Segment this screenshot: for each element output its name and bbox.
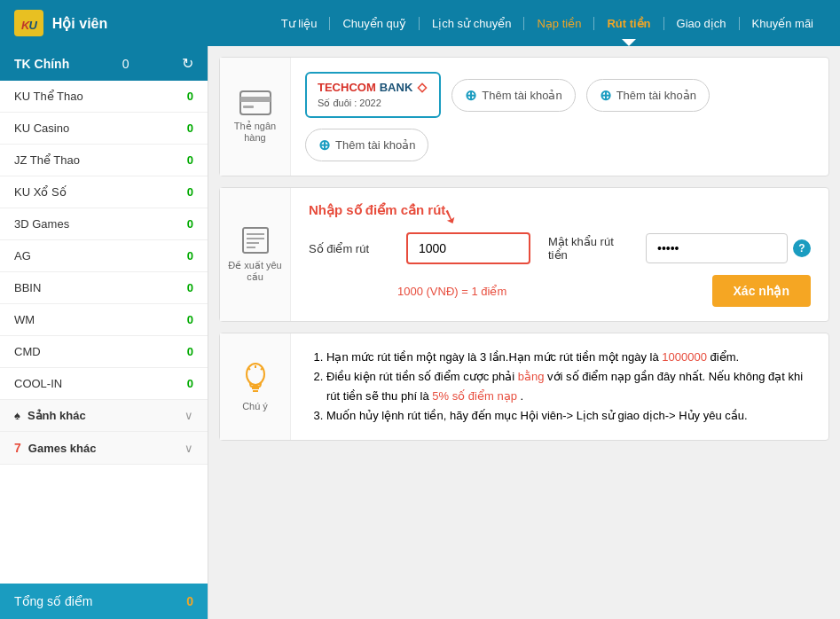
refresh-icon[interactable]: ↻ — [182, 55, 193, 72]
sidebar-footer-label: Tổng số điểm — [14, 594, 92, 608]
add-account-btn-1[interactable]: ⊕ Thêm tài khoản — [451, 79, 575, 112]
note-2-text3: . — [521, 389, 524, 403]
note-1-text: Hạn mức rút tiền một ngày là 3 lần.Hạn m… — [326, 350, 662, 364]
rate-confirm-row: 1000 (VNĐ) = 1 điểm Xác nhận — [309, 275, 811, 307]
note-3-text: Muốn hủy lệnh rút tiền, hãy đến mục Hội … — [326, 409, 748, 422]
notes-icon-section: Chú ý — [220, 333, 291, 440]
amount-input[interactable] — [406, 232, 530, 264]
sidebar-item-label: JZ Thể Thao — [14, 153, 80, 167]
sidebar-item-label: CMD — [14, 345, 41, 358]
notes-list: Hạn mức rút tiền một ngày là 3 lần.Hạn m… — [309, 348, 811, 426]
bank-card-logo: TECHCOM BANK — [318, 81, 428, 94]
add-account-btn-3[interactable]: ⊕ Thêm tài khoản — [305, 129, 428, 161]
add-account-label-3: Thêm tài khoản — [335, 138, 415, 152]
sidebar-item-3d-games[interactable]: 3D Games 0 — [0, 208, 208, 240]
form-content: Nhập số điểm cần rút Số điểm rút ➘ Mật k… — [291, 188, 828, 321]
card-icon — [239, 90, 271, 115]
main-layout: TK Chính 0 ↻ KU Thể Thao 0 KU Casino 0 J… — [0, 46, 840, 619]
confirm-button[interactable]: Xác nhận — [712, 275, 811, 307]
sidebar-item-value: 0 — [187, 217, 193, 231]
games-khac-label: Games khác — [28, 442, 97, 455]
sidebar-sanh-khac[interactable]: ♠ Sảnh khác ∨ — [0, 400, 208, 432]
note-2-highlight1: bằng — [518, 370, 545, 383]
nav-khuyen-mai[interactable]: Khuyến mãi — [740, 17, 826, 30]
nav-rut-tien[interactable]: Rút tiền — [594, 17, 663, 30]
rate-text: 1000 (VNĐ) = 1 điểm — [397, 285, 506, 298]
sidebar-item-label: 3D Games — [14, 217, 69, 231]
sidebar-item-ku-the-thao[interactable]: KU Thể Thao 0 — [0, 81, 208, 113]
sidebar-item-bbin[interactable]: BBIN 0 — [0, 272, 208, 304]
spade-icon: ♠ — [14, 409, 20, 422]
header-title: Hội viên — [52, 15, 107, 32]
sidebar-item-label: KU Xổ Số — [14, 185, 67, 199]
logo-box: KU — [14, 10, 43, 36]
bank-section-label: Thẻ ngân hàng — [227, 121, 283, 143]
seven-icon: 7 — [14, 441, 21, 455]
add-account-label-1: Thêm tài khoản — [482, 89, 561, 102]
content-area: Thẻ ngân hàng TECHCOM BANK — [208, 46, 840, 619]
nav-lich-su-chuyen[interactable]: Lịch sử chuyển — [420, 17, 524, 30]
password-input[interactable] — [646, 233, 788, 263]
form-section-label: Đề xuất yêu cầu — [227, 260, 283, 283]
techcom-text-blue: BANK — [380, 81, 413, 94]
note-1-text2: điểm. — [710, 350, 740, 364]
sidebar-footer: Tổng số điểm 0 — [0, 584, 208, 619]
nav-giao-dich[interactable]: Giao dịch — [664, 17, 740, 30]
sidebar-item-cmd[interactable]: CMD 0 — [0, 336, 208, 368]
sidebar-games-khac[interactable]: 7 Games khác ∨ — [0, 432, 208, 465]
form-icon — [241, 226, 270, 255]
sidebar-item-label: KU Casino — [14, 121, 69, 135]
sidebar-item-jz-the-thao[interactable]: JZ Thể Thao 0 — [0, 145, 208, 176]
logo-icon: KU — [14, 10, 43, 36]
amount-label: Số điểm rút — [309, 242, 389, 255]
chevron-down-icon: ∨ — [184, 442, 193, 455]
sidebar-item-value: 0 — [187, 185, 193, 199]
lightbulb-icon — [241, 362, 270, 396]
nav-tu-lieu[interactable]: Tư liệu — [269, 17, 331, 30]
sidebar-item-label: BBIN — [14, 281, 41, 294]
sidebar-wrapper: TK Chính 0 ↻ KU Thể Thao 0 KU Casino 0 J… — [0, 46, 208, 619]
sidebar-item-wm[interactable]: WM 0 — [0, 304, 208, 336]
svg-rect-1 — [240, 97, 271, 102]
note-item-2: Điều kiện rút tiền số điểm cược phải bằn… — [326, 367, 811, 406]
note-item-1: Hạn mức rút tiền một ngày là 3 lần.Hạn m… — [326, 348, 811, 367]
header: KU Hội viên Tư liệu Chuyển quỹ Lịch sử c… — [0, 0, 840, 46]
sidebar-item-value: 0 — [187, 377, 193, 390]
sidebar-footer-value: 0 — [186, 594, 193, 608]
sidebar-item-value: 0 — [187, 90, 193, 103]
plus-icon-3: ⊕ — [318, 137, 330, 153]
note-2-text: Điều kiện rút tiền số điểm cược phải — [326, 370, 518, 383]
sidebar-item-ku-xo-so[interactable]: KU Xổ Số 0 — [0, 176, 208, 208]
nav-nap-tien[interactable]: Nạp tiền — [524, 17, 594, 30]
sidebar-item-cool-in[interactable]: COOL-IN 0 — [0, 368, 208, 400]
notes-panel: Chú ý Hạn mức rút tiền một ngày là 3 lần… — [219, 333, 829, 441]
bank-icon-section: Thẻ ngân hàng — [220, 58, 291, 176]
bank-card-suffix: Số đuôi : 2022 — [318, 98, 428, 109]
sidebar-item-label: WM — [14, 313, 35, 326]
note-2-highlight2: 5% số điểm nạp — [432, 389, 517, 403]
notes-section-label: Chú ý — [242, 401, 268, 411]
nav-chuyen-quy[interactable]: Chuyển quỹ — [330, 17, 420, 30]
password-label: Mật khẩu rút tiền — [548, 235, 628, 262]
sidebar-item-value: 0 — [187, 313, 193, 326]
add-account-btn-2[interactable]: ⊕ Thêm tài khoản — [586, 79, 710, 112]
help-icon[interactable]: ? — [793, 239, 811, 257]
header-nav: Tư liệu Chuyển quỹ Lịch sử chuyển Nạp ti… — [269, 17, 826, 30]
plus-icon-1: ⊕ — [465, 87, 476, 104]
svg-rect-5 — [243, 228, 268, 253]
sidebar-item-label: COOL-IN — [14, 377, 62, 390]
note-item-3: Muốn hủy lệnh rút tiền, hãy đến mục Hội … — [326, 406, 811, 426]
note-1-highlight: 1000000 — [662, 350, 707, 364]
sidebar-item-ag[interactable]: AG 0 — [0, 240, 208, 272]
form-heading: Nhập số điểm cần rút — [309, 202, 811, 218]
sanh-khac-label: Sảnh khác — [27, 409, 86, 422]
sidebar-item-ku-casino[interactable]: KU Casino 0 — [0, 113, 208, 145]
add-account-label-2: Thêm tài khoản — [616, 89, 696, 102]
bank-card-panel: Thẻ ngân hàng TECHCOM BANK — [219, 57, 829, 176]
chevron-down-icon: ∨ — [184, 409, 193, 422]
svg-line-15 — [261, 368, 263, 370]
techcombank-card[interactable]: TECHCOM BANK Số đuôi : 2022 — [305, 72, 441, 118]
sidebar-item-value: 0 — [187, 345, 193, 358]
sidebar-item-value: 0 — [187, 121, 193, 135]
svg-rect-2 — [243, 106, 254, 108]
